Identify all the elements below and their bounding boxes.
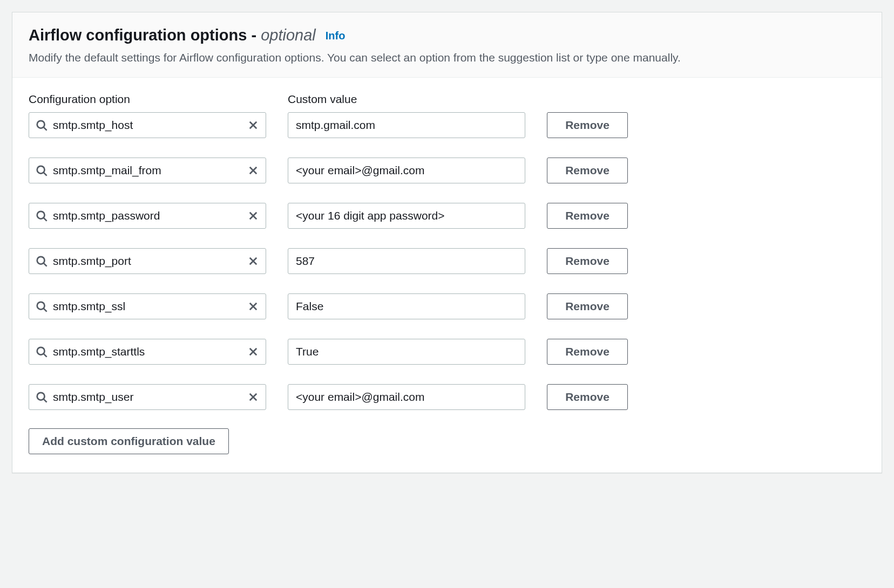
config-option-input[interactable] — [53, 300, 246, 313]
custom-value-input[interactable] — [288, 384, 525, 410]
clear-icon[interactable] — [246, 163, 260, 177]
search-icon — [36, 391, 48, 403]
search-icon — [36, 210, 48, 222]
svg-point-24 — [37, 393, 45, 400]
config-row: Remove — [29, 112, 865, 138]
info-link[interactable]: Info — [326, 30, 346, 42]
svg-point-20 — [37, 347, 45, 355]
svg-line-1 — [44, 128, 47, 131]
remove-button[interactable]: Remove — [547, 158, 628, 183]
column-header-config: Configuration option — [29, 93, 266, 106]
config-option-input[interactable] — [53, 391, 246, 404]
custom-value-input[interactable] — [288, 158, 525, 183]
remove-button[interactable]: Remove — [547, 384, 628, 410]
svg-line-17 — [44, 309, 47, 312]
search-icon — [36, 346, 48, 358]
search-icon — [36, 255, 48, 267]
add-config-button[interactable]: Add custom configuration value — [29, 428, 229, 454]
panel-title-line: Airflow configuration options - optional… — [29, 26, 865, 44]
svg-line-9 — [44, 218, 47, 222]
clear-icon[interactable] — [246, 209, 260, 223]
config-option-field[interactable] — [29, 293, 266, 319]
panel-description: Modify the default settings for Airflow … — [29, 50, 865, 65]
panel-title: Airflow configuration options - optional — [29, 26, 320, 44]
config-option-field[interactable] — [29, 384, 266, 410]
panel-header: Airflow configuration options - optional… — [12, 12, 882, 78]
search-icon — [36, 165, 48, 176]
remove-button[interactable]: Remove — [547, 203, 628, 229]
custom-value-input[interactable] — [288, 248, 525, 274]
svg-line-13 — [44, 264, 47, 267]
config-option-field[interactable] — [29, 203, 266, 229]
panel-title-optional: optional — [261, 26, 316, 44]
clear-icon[interactable] — [246, 118, 260, 132]
config-option-field[interactable] — [29, 112, 266, 138]
svg-point-0 — [37, 121, 45, 128]
panel-body: Configuration option Custom value Remove — [12, 78, 882, 473]
config-option-field[interactable] — [29, 248, 266, 274]
custom-value-input[interactable] — [288, 203, 525, 229]
column-header-value: Custom value — [288, 93, 525, 106]
search-icon — [36, 119, 48, 131]
remove-button[interactable]: Remove — [547, 293, 628, 319]
svg-point-4 — [37, 166, 45, 174]
custom-value-input[interactable] — [288, 293, 525, 319]
config-option-input[interactable] — [53, 119, 246, 132]
config-row: Remove — [29, 293, 865, 319]
columns-header: Configuration option Custom value — [29, 93, 865, 106]
clear-icon[interactable] — [246, 390, 260, 404]
svg-line-21 — [44, 354, 47, 358]
remove-button[interactable]: Remove — [547, 112, 628, 138]
config-option-field[interactable] — [29, 339, 266, 365]
config-row: Remove — [29, 248, 865, 274]
config-option-field[interactable] — [29, 158, 266, 183]
search-icon — [36, 300, 48, 312]
config-row: Remove — [29, 384, 865, 410]
panel-title-separator: - — [247, 26, 261, 44]
custom-value-input[interactable] — [288, 112, 525, 138]
config-option-input[interactable] — [53, 209, 246, 222]
svg-point-16 — [37, 302, 45, 310]
remove-button[interactable]: Remove — [547, 248, 628, 274]
clear-icon[interactable] — [246, 345, 260, 359]
svg-point-8 — [37, 211, 45, 219]
config-options-panel: Airflow configuration options - optional… — [12, 12, 882, 473]
config-rows: Remove Remove — [29, 112, 865, 410]
clear-icon[interactable] — [246, 254, 260, 268]
config-option-input[interactable] — [53, 164, 246, 177]
custom-value-input[interactable] — [288, 339, 525, 365]
svg-line-25 — [44, 400, 47, 403]
config-row: Remove — [29, 158, 865, 183]
panel-title-main: Airflow configuration options — [29, 26, 247, 44]
svg-point-12 — [37, 257, 45, 264]
config-option-input[interactable] — [53, 255, 246, 268]
config-option-input[interactable] — [53, 345, 246, 358]
remove-button[interactable]: Remove — [547, 339, 628, 365]
clear-icon[interactable] — [246, 299, 260, 313]
config-row: Remove — [29, 203, 865, 229]
config-row: Remove — [29, 339, 865, 365]
svg-line-5 — [44, 173, 47, 176]
